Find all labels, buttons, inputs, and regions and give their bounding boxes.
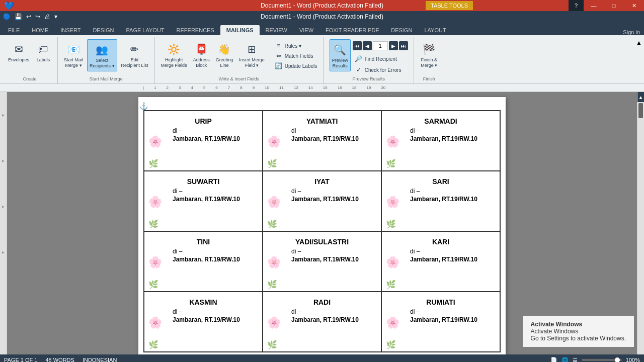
zoom-level[interactable]: 100% <box>626 357 640 362</box>
maximize-button[interactable]: □ <box>604 0 624 11</box>
title-bar-left: 💙 <box>4 1 14 11</box>
print-button[interactable]: 🖨 <box>43 12 51 21</box>
tab-review[interactable]: REVIEW <box>260 25 293 35</box>
preview-nav: ⏮ ◀ ▶ ⏭ <box>353 41 408 50</box>
tab-layout[interactable]: LAYOUT <box>418 25 452 35</box>
title-bar: 💙 Document1 - Word (Product Activation F… <box>0 0 644 11</box>
finish-content: 🏁 Finish &Merge ▾ <box>419 39 439 74</box>
tab-design2[interactable]: DESIGN <box>385 25 418 35</box>
highlight-merge-fields-button[interactable]: 🔆 HighlightMerge Fields <box>159 39 189 70</box>
nav-first-button[interactable]: ⏮ <box>353 41 362 50</box>
tab-design[interactable]: DESIGN <box>87 25 120 35</box>
view-web-icon[interactable]: 🌐 <box>561 357 569 363</box>
match-fields-button[interactable]: ⇔ Match Fields <box>273 51 319 60</box>
page-info: PAGE 1 OF 1 <box>4 357 37 362</box>
minimize-button[interactable]: — <box>584 0 604 11</box>
envelopes-button[interactable]: ✉ Envelopes <box>6 39 31 65</box>
card-bottom-decoration: 🌿 <box>267 280 277 289</box>
tab-insert[interactable]: INSERT <box>54 25 87 35</box>
tab-page-layout[interactable]: PAGE LAYOUT <box>120 25 171 35</box>
title-area: Document1 - Word (Product Activation Fai… <box>261 13 383 20</box>
scroll-up-button[interactable]: ▲ <box>637 92 644 102</box>
highlight-icon: 🔆 <box>166 41 182 57</box>
language[interactable]: INDONESIAN <box>83 357 117 362</box>
redo-button[interactable]: ↪ <box>34 12 41 21</box>
card-name: KARI <box>390 238 492 246</box>
quick-access-toolbar: 🔵 💾 ↩ ↪ 🖨 ▾ Document1 - Word (Product Ac… <box>0 11 644 22</box>
ribbon-group-create: ✉ Envelopes 🏷 Labels Create <box>2 37 58 83</box>
scroll-thumb[interactable] <box>638 103 643 118</box>
nav-next-button[interactable]: ▶ <box>389 41 398 50</box>
card-di: di – <box>173 188 254 195</box>
zoom-thumb <box>615 357 620 362</box>
zoom-slider[interactable] <box>582 359 622 361</box>
right-scrollbar[interactable]: ▲ <box>637 92 644 354</box>
tab-foxit[interactable]: FOXIT READER PDF <box>319 25 385 35</box>
find-recipient-button[interactable]: 🔎 Find Recipient <box>353 54 408 63</box>
nav-page-input[interactable] <box>373 41 388 50</box>
card-di: di – <box>410 248 492 255</box>
mail-merge-icon: 📧 <box>65 41 82 57</box>
card-di: di – <box>291 127 373 134</box>
cards-grid: 🌸 URIP di – Jambaran, RT.19/RW.10 🌿 🌸 YA… <box>143 110 501 352</box>
tab-references[interactable]: REFERENCES <box>171 25 220 35</box>
card-address: Jambaran, RT.19/RW.10 <box>173 316 254 323</box>
labels-button[interactable]: 🏷 Labels <box>33 39 53 65</box>
quick-access-dropdown[interactable]: ▾ <box>53 12 58 21</box>
undo-button[interactable]: ↩ <box>25 12 32 21</box>
greeting-line-button[interactable]: 👋 GreetingLine <box>214 39 235 70</box>
edit-recipient-list-button[interactable]: ✏ EditRecipient List <box>119 39 150 70</box>
card-bottom-decoration: 🌿 <box>267 159 277 168</box>
sign-in[interactable]: Sign in <box>623 29 644 35</box>
card-item: 🌸 SUWARTI di – Jambaran, RT.19/RW.10 🌿 <box>144 171 263 231</box>
card-decoration: 🌸 <box>267 315 281 329</box>
card-name: SUWARTI <box>152 177 254 186</box>
insert-merge-field-button[interactable]: ⊞ Insert MergeField ▾ <box>237 39 267 70</box>
card-name: KASMIN <box>152 298 254 306</box>
greeting-icon: 👋 <box>216 41 232 57</box>
address-block-icon: 📮 <box>193 41 209 57</box>
ribbon-collapse[interactable]: ▲ <box>636 37 642 83</box>
help-button[interactable]: ? <box>569 0 584 11</box>
finish-merge-button[interactable]: 🏁 Finish &Merge ▾ <box>419 39 439 70</box>
update-labels-button[interactable]: 🔄 Update Labels <box>273 61 319 70</box>
tab-view[interactable]: VIEW <box>293 25 319 35</box>
view-outline-icon[interactable]: ☰ <box>573 357 578 363</box>
preview-results-button[interactable]: 🔍 PreviewResults <box>330 39 351 71</box>
card-name: URIP <box>152 117 254 125</box>
select-recipients-button[interactable]: 👥 SelectRecipients ▾ <box>87 39 117 71</box>
check-errors-button[interactable]: ✓ Check for Errors <box>353 65 408 74</box>
card-name: IYAT <box>271 177 373 186</box>
view-print-icon[interactable]: 📄 <box>550 357 557 363</box>
rules-button[interactable]: ≡ Rules ▾ <box>273 41 319 50</box>
card-name: SARMADI <box>390 117 492 125</box>
find-icon: 🔎 <box>355 55 363 62</box>
address-block-button[interactable]: 📮 AddressBlock <box>191 39 212 70</box>
main-area: ▸ ▸ ▸ ▸ ⚓ 🌸 URIP di – Jambaran, RT.19/RW… <box>0 92 644 354</box>
save-button[interactable]: 💾 <box>14 12 23 21</box>
card-decoration: 🌸 <box>267 254 281 268</box>
card-di: di – <box>410 188 492 195</box>
write-insert-small-buttons: ≡ Rules ▾ ⇔ Match Fields 🔄 Update Labels <box>273 41 319 70</box>
status-right: 📄 🌐 ☰ 100% <box>550 357 640 363</box>
tab-mailings[interactable]: MAILINGS <box>220 25 260 35</box>
ribbon-group-write-insert: 🔆 HighlightMerge Fields 📮 AddressBlock 👋… <box>155 37 324 83</box>
nav-last-button[interactable]: ⏭ <box>399 41 408 50</box>
card-name: TINI <box>152 238 254 246</box>
card-item: 🌸 URIP di – Jambaran, RT.19/RW.10 🌿 <box>144 111 263 171</box>
card-item: 🌸 YATMIATI di – Jambaran, RT.19/RW.10 🌿 <box>263 111 381 171</box>
start-mail-merge-button[interactable]: 📧 Start MailMerge ▾ <box>62 39 85 70</box>
card-item: 🌸 RADI di – Jambaran, RT.19/RW.10 🌿 <box>263 292 381 352</box>
tab-home[interactable]: HOME <box>26 25 54 35</box>
card-bottom-decoration: 🌿 <box>267 219 277 229</box>
card-bottom-decoration: 🌿 <box>148 340 158 349</box>
card-name: SARI <box>390 177 492 186</box>
close-button[interactable]: ✕ <box>624 0 644 11</box>
card-di: di – <box>291 248 373 255</box>
nav-prev-button[interactable]: ◀ <box>363 41 372 50</box>
rules-icon: ≡ <box>275 42 283 49</box>
card-decoration: 🌸 <box>386 134 399 148</box>
tab-file[interactable]: FILE <box>2 25 26 35</box>
create-buttons: ✉ Envelopes 🏷 Labels <box>6 39 53 74</box>
card-item: 🌸 SARI di – Jambaran, RT.19/RW.10 🌿 <box>381 171 500 231</box>
